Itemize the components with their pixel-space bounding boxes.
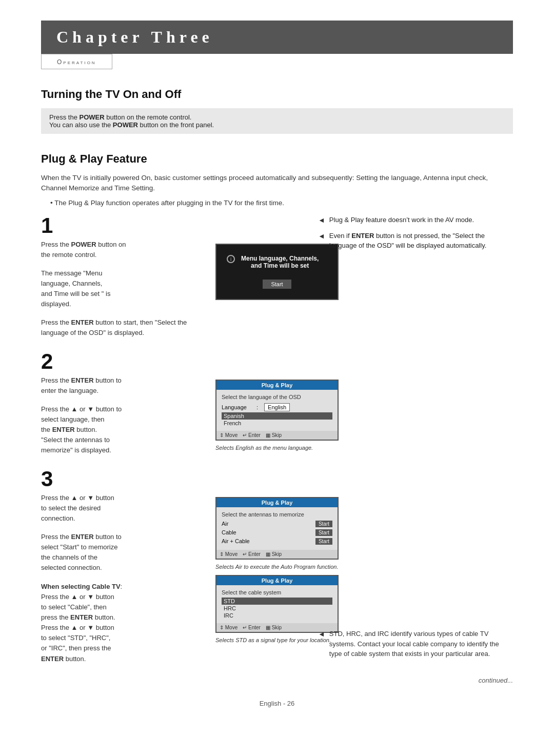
step3-s1-move: ⇕ Move [220, 551, 238, 557]
step1-main: Press the POWER button onthe remote cont… [41, 240, 308, 339]
highlight-line1-post: button on the remote control. [105, 113, 192, 121]
info-icon: i [227, 255, 235, 263]
highlight-line1-bold: POWER [80, 113, 105, 121]
step3-number: 3 [41, 468, 308, 490]
highlight-line2-pre: You can also use the [49, 121, 113, 129]
step3-air-row: Air Start [222, 520, 332, 528]
step2-screen-subtitle: Select the language of the OSD [222, 394, 332, 400]
step2-number: 2 [41, 351, 308, 372]
step2-left: 2 Press the ENTER button toenter the lan… [41, 351, 308, 456]
page-footer: English - 26 [41, 700, 513, 707]
step2-move: ⇕ Move [220, 432, 238, 438]
step3-text2: Press the ENTER button toselect "Start" … [41, 532, 205, 573]
plug-play-bullet: The Plug & Play function operates after … [50, 199, 513, 207]
step3-irc-option: IRC [222, 612, 332, 619]
step2-text1: Press the ENTER button toenter the langu… [41, 375, 205, 396]
step3-left: 3 Press the ▲ or ▼ buttonto select the d… [41, 468, 308, 664]
step2-notes-empty [318, 351, 513, 456]
step2-lang-label: Language [222, 404, 252, 410]
step2-spanish: Spanish [222, 412, 332, 420]
arrow-icon-3: ◄ [318, 629, 325, 659]
chapter-subtitle: Operation [57, 58, 96, 66]
step3-main: Press the ▲ or ▼ buttonto select the des… [41, 493, 308, 664]
step2-main: Press the ENTER button toenter the langu… [41, 375, 308, 456]
step1-number: 1 [41, 215, 308, 236]
step1-screen-title: Menu language, Channels,and Time will be… [241, 255, 319, 269]
step3-screen2-subtitle: Select the cable system [222, 589, 332, 595]
highlight-line2: You can also use the POWER button on the… [49, 121, 505, 129]
step2-skip: ▦ Skip [266, 432, 282, 438]
step3-row: 3 Press the ▲ or ▼ buttonto select the d… [41, 468, 513, 664]
step3-text1: Press the ▲ or ▼ buttonto select the des… [41, 493, 205, 524]
step3-notes: ◄ STD, HRC, and IRC identify various typ… [318, 468, 513, 664]
step2-row: 2 Press the ENTER button toenter the lan… [41, 351, 513, 456]
step1-start-button[interactable]: Start [263, 280, 291, 289]
highlight-line1: Press the POWER button on the remote con… [49, 113, 505, 121]
highlight-line2-bold: POWER [113, 121, 138, 129]
arrow-icon-1: ◄ [318, 215, 325, 226]
step1-note2: ◄ Even if ENTER button is not pressed, t… [318, 231, 513, 251]
step3-text3: When selecting Cable TV: Press the ▲ or … [41, 582, 205, 664]
step3-note-text: STD, HRC, and IRC identify various types… [329, 629, 513, 659]
step3-aircable-row: Air + Cable Start [222, 537, 332, 546]
step1-text3: Press the ENTER button to start, then "S… [41, 317, 205, 338]
chapter-header: Chapter Three Operation [41, 21, 513, 69]
turning-on-highlight: Press the POWER button on the remote con… [41, 108, 513, 134]
step3-air-label: Air [222, 521, 228, 527]
chapter-subtitle-box: Operation [41, 54, 112, 69]
step1-notes: ◄ Plug & Play feature doesn’t work in th… [318, 215, 513, 339]
plug-play-intro: When the TV is initially powered On, bas… [41, 173, 513, 194]
step1-note1-text: Plug & Play feature doesn’t work in the … [329, 215, 474, 226]
step1-row: 1 Press the POWER button onthe remote co… [41, 215, 513, 339]
continued-text: continued... [41, 677, 513, 684]
step1-text1: Press the POWER button onthe remote cont… [41, 240, 205, 260]
step3-note: ◄ STD, HRC, and IRC identify various typ… [318, 629, 513, 659]
step2-english-selected: English [264, 403, 290, 411]
section1-heading: Turning the TV On and Off [41, 88, 513, 101]
step3-cable-label: Cable [222, 529, 236, 535]
step3-screen1-subtitle: Select the antennas to memorize [222, 511, 332, 518]
step1-note2-text: Even if ENTER button is not pressed, the… [329, 231, 513, 251]
step3-s2-move: ⇕ Move [220, 625, 238, 630]
step3-s2-enter: ↵ Enter [243, 625, 261, 630]
step3-s1-skip: ▦ Skip [266, 551, 282, 557]
step2-lang-row: Language : English [222, 402, 332, 412]
step3-s2-skip: ▦ Skip [266, 625, 282, 630]
step1-text-area: Press the POWER button onthe remote cont… [41, 240, 205, 339]
step1-note1: ◄ Plug & Play feature doesn’t work in th… [318, 215, 513, 226]
step3-aircable-label: Air + Cable [222, 538, 250, 544]
chapter-title: Chapter Three [41, 21, 513, 54]
step2-enter: ↵ Enter [243, 432, 261, 438]
highlight-line2-post: button on the front panel. [138, 121, 214, 129]
step3-text-area: Press the ▲ or ▼ buttonto select the des… [41, 493, 205, 664]
step1-left: 1 Press the POWER button onthe remote co… [41, 215, 308, 339]
step3-s1-enter: ↵ Enter [243, 551, 261, 557]
step2-text2: Press the ▲ or ▼ button toselect languag… [41, 404, 205, 456]
section2-heading: Plug & Play Feature [41, 152, 513, 166]
step1-text2: The message "Menulanguage, Channels,and … [41, 268, 205, 310]
step2-french: French [222, 420, 332, 427]
step3-cable-row: Cable Start [222, 528, 332, 537]
step2-text-area: Press the ENTER button toenter the langu… [41, 375, 205, 456]
step3-hrc-option: HRC [222, 605, 332, 612]
arrow-icon-2: ◄ [318, 231, 325, 251]
step3-std-option: STD [222, 598, 332, 605]
highlight-line1-pre: Press the [49, 113, 80, 121]
